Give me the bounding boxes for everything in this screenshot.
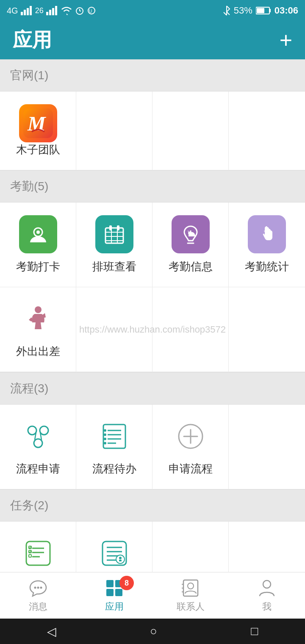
liucheng-grid: 流程申请 流程待办: [0, 405, 305, 489]
liucheng-daiban-icon: [95, 417, 133, 455]
status-left: 4G 26 U: [7, 6, 96, 16]
svg-rect-6: [52, 8, 54, 15]
nav-me[interactable]: 我: [229, 572, 305, 619]
home-button[interactable]: ○: [150, 625, 157, 638]
svg-rect-69: [115, 589, 122, 596]
svg-rect-15: [257, 8, 264, 13]
app-paiban[interactable]: 排班查看: [76, 203, 152, 287]
app-kaoqin-xinxi[interactable]: 考勤信息: [152, 203, 229, 287]
nav-message[interactable]: 消息: [0, 572, 76, 619]
back-button[interactable]: ◁: [47, 625, 56, 638]
alarm-icon: [75, 6, 84, 15]
app-liucheng-daiban[interactable]: 流程待办: [76, 405, 152, 489]
usb-icon: U: [87, 6, 96, 15]
kaoqin-tongji-icon: [248, 215, 286, 253]
svg-point-33: [34, 439, 42, 447]
signal2-text: 26: [35, 6, 44, 15]
contacts-icon: [181, 578, 200, 598]
empty-row2-4: [229, 287, 305, 372]
kaoqin-grid: 考勤打卡 排班查看: [0, 203, 305, 287]
svg-point-61: [119, 557, 122, 559]
svg-rect-1: [24, 10, 26, 15]
svg-rect-62: [119, 560, 122, 561]
app-label-liucheng-daiban: 流程待办: [92, 461, 136, 476]
paiban-icon: [95, 215, 133, 253]
svg-point-71: [188, 583, 194, 589]
svg-rect-3: [30, 6, 32, 15]
svg-rect-27: [117, 225, 119, 230]
kaoqin-row2: 外出出差 https://www.huzhan.com/ishop3572: [0, 287, 305, 372]
shenqing-icon: [172, 417, 210, 455]
app-header: 应用 +: [0, 21, 305, 59]
bottom-nav: 消息 8 应用 联系人 我: [0, 572, 305, 619]
svg-rect-7: [55, 6, 57, 15]
recent-button[interactable]: □: [251, 625, 258, 638]
svg-point-75: [263, 580, 271, 588]
status-right: 53% 03:06: [223, 5, 298, 16]
app-label-waichu: 外出出差: [16, 344, 60, 359]
network-icon: 4G: [7, 6, 18, 16]
svg-rect-70: [183, 580, 198, 596]
empty-liucheng-4: [229, 405, 305, 489]
svg-point-42: [104, 433, 106, 436]
svg-point-30: [35, 306, 42, 313]
kaoqin-daka-icon: [19, 215, 57, 253]
guanwang-grid: M 木子团队: [0, 92, 305, 170]
xiangmu-icon: [95, 534, 133, 572]
liucheng-shenqing-icon: [19, 417, 57, 455]
add-button[interactable]: +: [280, 29, 292, 51]
nav-contacts[interactable]: 联系人: [152, 572, 229, 619]
section-kaoqin: 考勤(5): [0, 170, 305, 203]
svg-point-19: [36, 230, 40, 234]
app-waichu[interactable]: 外出出差: [0, 287, 76, 372]
battery-icon: [256, 6, 271, 15]
svg-rect-4: [46, 12, 48, 15]
chat-icon: [28, 578, 48, 598]
main-content: 官网(1) M 木子团队: [0, 59, 305, 644]
person-icon: [257, 578, 277, 598]
time-text: 03:06: [274, 5, 298, 16]
svg-point-64: [37, 586, 39, 588]
svg-rect-5: [49, 10, 51, 15]
svg-rect-2: [27, 8, 29, 15]
section-guanwang: 官网(1): [0, 59, 305, 92]
signal-icon: [21, 6, 33, 15]
svg-point-31: [28, 426, 36, 435]
app-label-paiban: 排班查看: [92, 259, 136, 274]
muzi-icon: M: [19, 104, 57, 142]
svg-point-32: [40, 426, 48, 435]
svg-rect-68: [106, 589, 114, 596]
app-label-kaoqin-tongji: 考勤统计: [245, 259, 289, 274]
section-renwu: 任务(2): [0, 489, 305, 522]
svg-point-44: [104, 442, 106, 444]
app-empty-2: [152, 92, 229, 170]
bluetooth-icon: [223, 5, 230, 16]
app-liucheng-shenqing[interactable]: 流程申请: [0, 405, 76, 489]
svg-rect-0: [21, 12, 23, 15]
svg-point-63: [34, 586, 36, 588]
app-kaoqin-daka[interactable]: 考勤打卡: [0, 203, 76, 287]
app-label-shenqing: 申请流程: [169, 461, 213, 476]
svg-rect-26: [109, 225, 112, 230]
nav-apps-label: 应用: [105, 600, 124, 613]
nav-me-label: 我: [262, 600, 272, 613]
app-label-kaoqin-daka: 考勤打卡: [16, 259, 60, 274]
svg-point-43: [104, 438, 106, 440]
android-nav: ◁ ○ □: [0, 619, 305, 644]
wifi-icon: [61, 6, 72, 15]
app-muzi[interactable]: M 木子团队: [0, 92, 76, 170]
svg-text:U: U: [89, 9, 92, 14]
app-label-liucheng-shenqing: 流程申请: [16, 461, 60, 476]
status-bar: 4G 26 U: [0, 0, 305, 21]
nav-apps[interactable]: 8 应用: [76, 572, 152, 619]
app-kaoqin-tongji[interactable]: 考勤统计: [229, 203, 305, 287]
renwu-icon: [19, 534, 57, 572]
section-liucheng: 流程(3): [0, 372, 305, 405]
header-title: 应用: [13, 27, 52, 53]
signal2-icon: [46, 6, 58, 15]
app-empty-1: [76, 92, 152, 170]
nav-contacts-label: 联系人: [177, 600, 205, 613]
app-shenqing-liucheng[interactable]: 申请流程: [152, 405, 229, 489]
waichu-icon: [19, 300, 57, 338]
svg-point-65: [40, 586, 42, 588]
